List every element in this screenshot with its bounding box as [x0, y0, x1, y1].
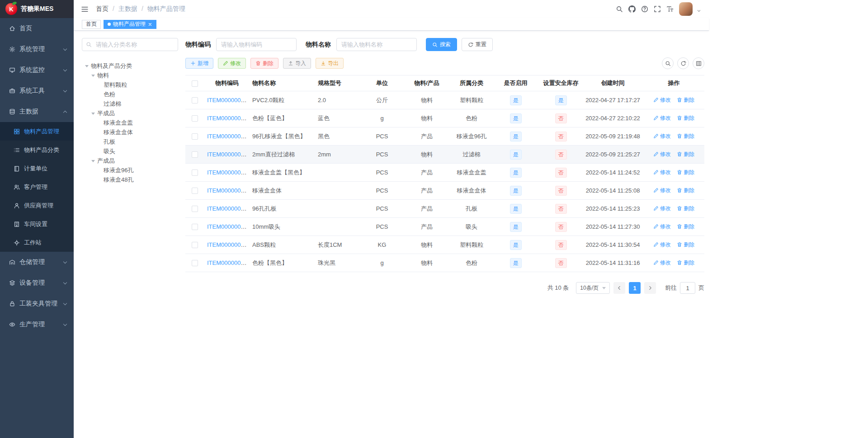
row-checkbox[interactable]: [192, 206, 198, 212]
search-icon[interactable]: [662, 57, 674, 69]
search-icon[interactable]: [616, 5, 623, 13]
row-edit-link[interactable]: 修改: [653, 241, 671, 249]
fullscreen-icon[interactable]: [654, 5, 661, 13]
row-checkbox[interactable]: [192, 115, 198, 122]
row-checkbox[interactable]: [192, 242, 198, 248]
toolbar-button[interactable]: 新增: [185, 58, 213, 69]
row-delete-link[interactable]: 删除: [677, 241, 694, 249]
tree-node[interactable]: 色粉: [82, 89, 178, 99]
tree-node[interactable]: 物料及产品分类: [82, 61, 178, 71]
sidebar-item[interactable]: 设备管理: [0, 273, 74, 293]
row-edit-link[interactable]: 修改: [653, 114, 671, 122]
sidebar-item[interactable]: 物料产品管理: [0, 122, 74, 141]
sidebar-item[interactable]: 工作站: [0, 233, 74, 252]
row-edit-link[interactable]: 修改: [653, 205, 671, 212]
tree-node[interactable]: 半成品: [82, 108, 178, 118]
row-checkbox[interactable]: [192, 97, 198, 104]
avatar[interactable]: [679, 2, 693, 16]
row-delete-link[interactable]: 删除: [677, 96, 694, 104]
goto-page-input[interactable]: [680, 282, 695, 294]
sidebar-item[interactable]: 仓储管理: [0, 252, 74, 273]
row-delete-link[interactable]: 删除: [677, 205, 694, 212]
item-code-link[interactable]: ITEM00000055: [207, 241, 247, 248]
item-code-link[interactable]: ITEM00000052: [207, 187, 247, 194]
tree-node[interactable]: 孔板: [82, 137, 178, 146]
material-name-input[interactable]: [336, 38, 417, 51]
sidebar-item[interactable]: 物料产品分类: [0, 141, 74, 159]
tree-node[interactable]: 移液盒96孔: [82, 165, 178, 175]
row-edit-link[interactable]: 修改: [653, 151, 671, 158]
toolbar-button[interactable]: 修改: [218, 58, 246, 69]
row-checkbox[interactable]: [192, 260, 198, 266]
toolbar-button[interactable]: 导出: [316, 58, 344, 69]
columns-icon[interactable]: [693, 57, 704, 69]
github-icon[interactable]: [628, 5, 636, 13]
row-edit-link[interactable]: 修改: [653, 96, 671, 104]
next-page-button[interactable]: [644, 282, 656, 294]
refresh-icon[interactable]: [677, 57, 689, 69]
sidebar-item[interactable]: 系统监控: [0, 60, 74, 80]
breadcrumb-item[interactable]: 主数据: [118, 5, 147, 13]
row-delete-link[interactable]: 删除: [677, 187, 694, 194]
tree-node[interactable]: 移液盒盒体: [82, 127, 178, 137]
item-code-link[interactable]: ITEM00000037: [207, 97, 247, 104]
select-all-checkbox[interactable]: [192, 80, 198, 87]
row-edit-link[interactable]: 修改: [653, 223, 671, 231]
sidebar-item[interactable]: 生产管理: [0, 314, 74, 335]
tree-node[interactable]: 移液盒盒盖: [82, 118, 178, 127]
help-icon[interactable]: [641, 5, 648, 13]
row-checkbox[interactable]: [192, 170, 198, 176]
app-logo[interactable]: K 苦糖果MES: [0, 0, 74, 18]
breadcrumb-item[interactable]: 物料产品管理: [147, 5, 185, 13]
item-code-link[interactable]: ITEM00000046: [207, 133, 247, 140]
row-edit-link[interactable]: 修改: [653, 132, 671, 140]
tree-node[interactable]: 过滤棉: [82, 99, 178, 108]
sidebar-item[interactable]: 系统管理: [0, 39, 74, 60]
sidebar-item[interactable]: 主数据: [0, 101, 74, 122]
caret-down-icon[interactable]: [696, 8, 702, 14]
tab-close-icon[interactable]: [148, 22, 152, 27]
sidebar-item[interactable]: 首页: [0, 18, 74, 39]
search-button[interactable]: 搜索: [426, 38, 457, 51]
item-code-link[interactable]: ITEM00000053: [207, 205, 247, 212]
toolbar-button[interactable]: 删除: [250, 58, 278, 69]
tree-node[interactable]: 移液盒48孔: [82, 175, 178, 184]
row-edit-link[interactable]: 修改: [653, 259, 671, 267]
category-search-input[interactable]: [82, 38, 178, 51]
row-delete-link[interactable]: 删除: [677, 132, 694, 140]
item-code-link[interactable]: ITEM00000041: [207, 115, 247, 122]
hamburger-icon[interactable]: [81, 5, 89, 13]
prev-page-button[interactable]: [613, 282, 625, 294]
row-edit-link[interactable]: 修改: [653, 169, 671, 176]
row-delete-link[interactable]: 删除: [677, 169, 694, 176]
tree-node[interactable]: 产成品: [82, 156, 178, 165]
row-checkbox[interactable]: [192, 133, 198, 140]
tree-node[interactable]: 吸头: [82, 146, 178, 156]
current-page-button[interactable]: 1: [629, 282, 641, 294]
sidebar-item[interactable]: 系统工具: [0, 80, 74, 101]
row-delete-link[interactable]: 删除: [677, 151, 694, 158]
tree-node[interactable]: 物料: [82, 71, 178, 80]
row-delete-link[interactable]: 删除: [677, 223, 694, 231]
row-delete-link[interactable]: 删除: [677, 114, 694, 122]
sidebar-item[interactable]: 车间设置: [0, 215, 74, 233]
reset-button[interactable]: 重置: [462, 38, 493, 51]
item-code-link[interactable]: ITEM00000054: [207, 223, 247, 230]
toolbar-button[interactable]: 导入: [283, 58, 311, 69]
row-checkbox[interactable]: [192, 224, 198, 230]
item-code-link[interactable]: ITEM00000056: [207, 259, 247, 266]
tab[interactable]: 物料产品管理: [104, 20, 156, 29]
tree-node[interactable]: 塑料颗粒: [82, 80, 178, 89]
tab[interactable]: 首页: [82, 20, 101, 29]
font-size-icon[interactable]: [666, 5, 674, 13]
page-size-select[interactable]: 10条/页: [576, 282, 610, 294]
breadcrumb-item[interactable]: 首页: [96, 5, 118, 13]
material-code-input[interactable]: [216, 38, 297, 51]
row-checkbox[interactable]: [192, 151, 198, 158]
row-checkbox[interactable]: [192, 188, 198, 194]
row-edit-link[interactable]: 修改: [653, 187, 671, 194]
sidebar-item[interactable]: 客户管理: [0, 178, 74, 196]
row-delete-link[interactable]: 删除: [677, 259, 694, 267]
sidebar-item[interactable]: 工装夹具管理: [0, 293, 74, 314]
item-code-link[interactable]: ITEM00000049: [207, 151, 247, 158]
